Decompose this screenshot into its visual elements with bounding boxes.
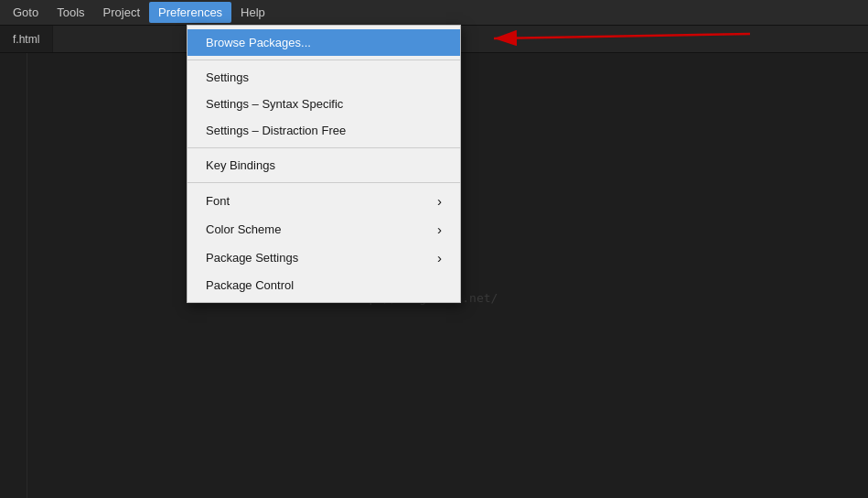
menu-settings[interactable]: Settings (188, 64, 460, 91)
menu-key-bindings[interactable]: Key Bindings (188, 152, 460, 179)
menu-settings-syntax[interactable]: Settings – Syntax Specific (188, 91, 460, 117)
menubar-tools[interactable]: Tools (48, 2, 93, 23)
separator-1 (188, 60, 460, 60)
preferences-dropdown: Browse Packages... Settings Settings – S… (187, 25, 461, 303)
editor-gutter (0, 53, 27, 498)
menu-color-scheme[interactable]: Color Scheme (188, 215, 460, 244)
menubar-preferences[interactable]: Preferences (149, 2, 231, 23)
menubar-help[interactable]: Help (231, 2, 274, 23)
menu-package-settings[interactable]: Package Settings (188, 244, 460, 272)
menubar-project[interactable]: Project (94, 2, 149, 23)
tab-fhtml[interactable]: f.html (0, 26, 53, 52)
menubar: Goto Tools Project Preferences Help (0, 0, 868, 26)
menu-browse-packages[interactable]: Browse Packages... (188, 29, 460, 56)
menubar-goto[interactable]: Goto (4, 2, 48, 23)
separator-3 (188, 182, 460, 183)
menu-package-control[interactable]: Package Control (188, 272, 460, 298)
menu-settings-distraction[interactable]: Settings – Distraction Free (188, 117, 460, 144)
menu-font[interactable]: Font (188, 187, 460, 215)
separator-2 (188, 147, 460, 148)
